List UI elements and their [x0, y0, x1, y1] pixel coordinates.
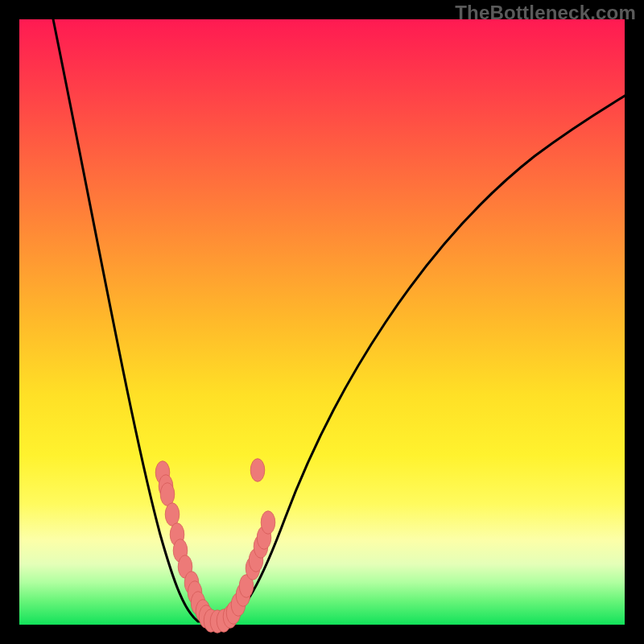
right-curve [213, 92, 631, 621]
data-dot [165, 503, 180, 526]
data-dot [261, 511, 275, 535]
data-dot [160, 483, 175, 506]
data-dot [250, 459, 265, 482]
watermark-text: TheBottleneck.com [455, 2, 636, 24]
data-dots [155, 459, 275, 634]
chart-svg [19, 19, 625, 625]
chart-background [19, 19, 625, 625]
left-curve [50, 3, 213, 621]
